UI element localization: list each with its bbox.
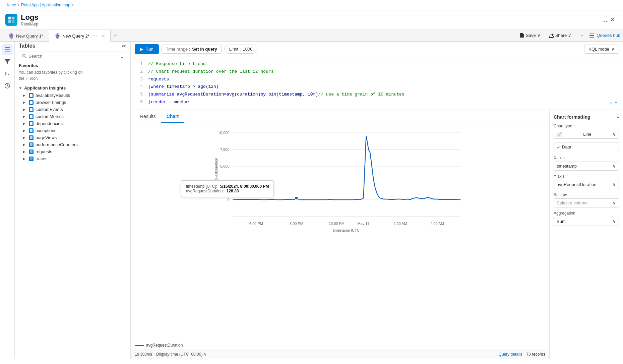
table-row[interactable]: ▶ customMetrics [15,113,130,120]
table-name: performanceCounters [36,142,78,147]
svg-text:May 17: May 17 [357,222,369,226]
tab-add-button[interactable]: + [111,31,120,40]
tab-query2[interactable]: 🔮 New Query 2* ··· ✕ [49,30,111,42]
collapse-editor-icon[interactable]: ⌃ [614,100,618,107]
run-button[interactable]: ▶ Run [135,44,159,54]
tab2-more[interactable]: ··· [91,33,99,39]
code-line-6: 6 | render timechart [131,99,623,106]
table-chevron: ▶ [23,94,27,97]
breadcrumb-home[interactable]: Home [5,3,16,7]
tab-results[interactable]: Results [135,110,161,123]
cf-data-label: Data [562,144,571,149]
cf-chart-type-label: Chart type [554,124,619,128]
cf-split-by-select[interactable]: Select a column ∨ [554,198,619,207]
kql-mode-button[interactable]: KQL mode ∨ [584,45,619,54]
section-app-insights[interactable]: ▼ Application Insights [15,84,130,92]
limit-button[interactable]: Limit : 1000 [224,45,258,54]
svg-rect-30 [30,136,33,137]
breadcrumb-sep1: > [17,3,20,7]
share-button[interactable]: Share ∨ [547,32,574,40]
search-input[interactable] [28,54,117,59]
cf-y-axis-select[interactable]: avgRequestDuration ∨ [554,180,619,189]
svg-rect-22 [30,116,33,117]
code-line-4: 4 | where timestamp > ago(12h) [131,83,623,91]
svg-rect-41 [30,160,33,160]
search-more-btn[interactable]: ... [119,53,123,59]
table-chevron: ▶ [23,101,27,104]
cf-data-section[interactable]: ✓ Data [554,142,619,152]
tab2-close[interactable]: ✕ [102,34,105,38]
close-button[interactable]: ✕ [607,15,618,25]
table-row[interactable]: ▶ requests [15,148,130,155]
svg-rect-0 [8,17,11,19]
table-row[interactable]: ▶ dependencies [15,120,130,127]
sidebar-collapse-btn[interactable]: ≪ [121,43,126,49]
cf-y-axis-chevron: ∨ [613,182,616,187]
table-row[interactable]: ▶ exceptions [15,127,130,134]
sidebar-panel: Tables ≪ ... Favorites You can add favor… [15,42,130,359]
tab1-label: New Query 1* [16,34,43,39]
table-row[interactable]: ▶ browserTimings [15,99,130,106]
svg-line-11 [25,57,26,58]
display-time-chevron: ∨ [204,352,207,357]
table-icon [29,107,34,112]
chart-legend: avgRequestDuration [131,341,549,350]
time-range-label: Time range : [166,47,190,52]
svg-rect-6 [5,51,10,52]
svg-text:x: x [8,72,9,76]
svg-rect-23 [30,117,33,118]
svg-rect-12 [30,94,33,95]
cf-x-axis-select[interactable]: timestamp ∨ [554,162,619,171]
table-row[interactable]: ▶ availabilityResults [15,92,130,99]
table-row[interactable]: ▶ pageViews [15,134,130,141]
search-box[interactable]: ... [19,52,126,60]
save-button[interactable]: Save ∨ [517,32,543,40]
history-icon-btn[interactable] [2,80,13,91]
breadcrumb-retailapp[interactable]: RetailApp | Application map [21,3,70,7]
svg-rect-1 [12,17,14,19]
share-icon [549,33,554,38]
tab-chart[interactable]: Chart [161,110,184,123]
header-more-button[interactable]: ... [602,16,607,23]
search-icon [22,54,26,58]
query-details-link[interactable]: Query details [499,352,522,357]
tab-bar-more[interactable]: ··· [577,32,585,39]
svg-rect-25 [30,123,33,124]
limit-label: Limit : [229,47,241,52]
table-chevron: ▶ [23,122,27,125]
run-icon: ▶ [140,47,143,52]
filters-icon-btn[interactable] [2,56,13,67]
display-time-button[interactable]: Display time (UTC+00:00) ∨ [156,352,207,357]
tab-query1[interactable]: 🔮 New Query 1* [3,30,49,41]
table-row[interactable]: ▶ customEvents [15,106,130,113]
functions-icon: fx [4,71,10,77]
table-row[interactable]: ▶ traces [15,155,130,162]
format-query-icon[interactable]: ≡ [609,101,613,107]
svg-rect-21 [30,115,33,116]
table-row[interactable]: ▶ performanceCounters [15,141,130,148]
table-icon [29,128,34,133]
edit-actions: ≡ ⌃ [609,100,618,107]
cf-chart-type-select[interactable]: 📈 Line ∨ [554,130,619,139]
table-icon [29,100,34,105]
tables-icon-btn[interactable] [2,44,13,55]
result-tabs: Results Chart [131,110,549,123]
queries-hub-button[interactable]: Queries hub [589,33,620,38]
section-chevron: ▼ [19,86,22,90]
tables-icon [4,47,10,53]
cf-aggregation-value: Sum [557,219,566,224]
sidebar-icon-rail: fx [0,42,15,359]
svg-rect-14 [30,96,33,97]
table-chevron: ▶ [23,157,27,161]
app-subtitle: RetailApp [21,22,600,26]
code-editor[interactable]: 1 // Response time trend 2 // Chart requ… [131,57,623,110]
tab1-icon: 🔮 [8,33,14,39]
cf-aggregation-select[interactable]: Sum ∨ [554,217,619,226]
time-range-button[interactable]: Time range : Set in query [162,45,222,54]
code-line-5: 5 | summarize avgRequestDuration=avg(dur… [131,91,623,99]
cf-title: Chart formatting [554,114,590,120]
cf-collapse-btn[interactable]: » [616,114,619,120]
svg-rect-31 [30,137,33,138]
functions-icon-btn[interactable]: fx [2,68,13,79]
svg-text:avgRequestDuration: avgRequestDuration [214,158,218,191]
